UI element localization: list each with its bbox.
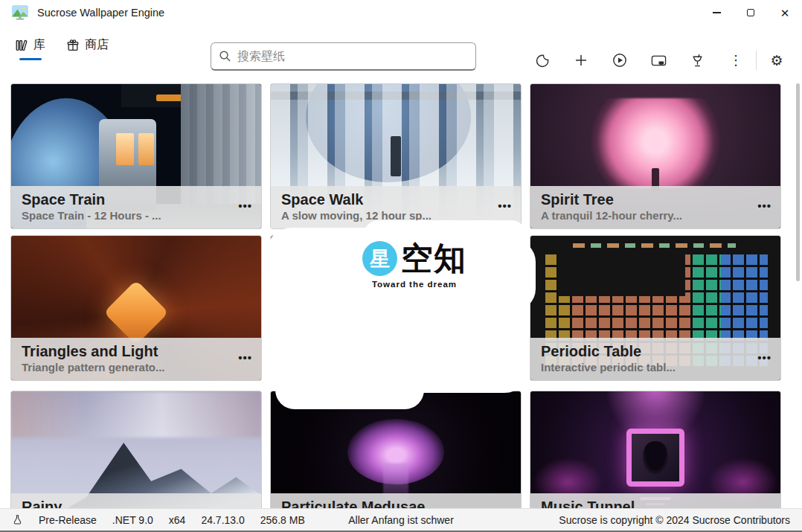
close-button[interactable]: ✕ xyxy=(768,0,802,25)
store-icon xyxy=(66,39,80,52)
card-periodic-table[interactable]: Periodic Table Interactive periodic tabl… xyxy=(530,235,781,381)
art-layer xyxy=(116,133,134,165)
card-subtitle: Space Train - 12 Hours - ... xyxy=(22,208,251,223)
more-button[interactable]: ⋮ xyxy=(716,48,755,73)
card-title: Spirit Tree xyxy=(541,190,770,208)
search-input[interactable] xyxy=(237,50,468,63)
art-layer xyxy=(391,136,400,176)
settings-icon: ⚙ xyxy=(770,52,783,69)
card-title: Particulate Medusae xyxy=(281,498,510,508)
watermark-overlay: 星 空知 Toward the dream xyxy=(266,228,530,393)
search-box[interactable] xyxy=(211,42,476,71)
status-arch: x64 xyxy=(169,514,186,526)
navbar: 库 商店 xyxy=(0,27,802,74)
status-dotnet: .NET 9.0 xyxy=(112,514,153,526)
gem-art xyxy=(103,280,169,345)
art-layer xyxy=(643,441,668,474)
watermark-logo-text: 空知 xyxy=(401,243,466,275)
art-layer xyxy=(573,243,735,248)
dark-mode-button[interactable] xyxy=(523,48,562,73)
card-rainy[interactable]: Rainy xyxy=(10,391,262,508)
card-title: Space Walk xyxy=(281,190,510,208)
card-info-band: Particulate Medusae xyxy=(271,493,521,508)
card-more-button[interactable]: ••• xyxy=(238,199,252,212)
watermark-logo: 星 空知 Toward the dream xyxy=(358,241,471,289)
status-motto: Aller Anfang ist schwer xyxy=(348,514,454,526)
window-controls: ✕ xyxy=(699,0,802,25)
tab-library-label: 库 xyxy=(33,37,45,53)
card-more-button[interactable]: ••• xyxy=(498,199,512,212)
thumbnail-music-tunnel xyxy=(530,391,780,508)
screen-share-button[interactable] xyxy=(639,48,678,73)
tab-library[interactable]: 库 xyxy=(15,37,45,60)
tab-store[interactable]: 商店 xyxy=(66,37,109,60)
card-space-walk[interactable]: Space Walk A slow moving, 12 hour sp... … xyxy=(270,83,522,229)
card-subtitle: Interactive periodic tabl... xyxy=(541,360,770,375)
app-title: Sucrose Wallpaper Engine xyxy=(37,7,164,19)
status-version: 24.7.13.0 xyxy=(201,514,244,526)
card-title: Periodic Table xyxy=(541,342,770,360)
card-info-band: Periodic Table Interactive periodic tabl… xyxy=(530,338,780,380)
card-triangles-and-light[interactable]: Triangles and Light Triangle pattern gen… xyxy=(10,235,262,381)
toolbar: ⋮ ⚙ xyxy=(523,48,796,73)
status-left-group: Pre-Release .NET 9.0 x64 24.7.13.0 256.8… xyxy=(12,514,305,526)
more-icon: ⋮ xyxy=(729,52,742,68)
active-tab-indicator xyxy=(19,58,42,60)
beta-flask-icon xyxy=(12,514,23,525)
card-title: Rainy xyxy=(22,498,251,508)
add-button[interactable] xyxy=(562,48,600,73)
card-subtitle: Triangle pattern generato... xyxy=(22,360,251,375)
play-icon xyxy=(612,53,627,68)
nav-tabs: 库 商店 xyxy=(15,37,109,60)
card-info-band: Space Train Space Train - 12 Hours - ...… xyxy=(11,186,261,228)
card-spirit-tree[interactable]: Spirit Tree A tranquil 12-hour cherry...… xyxy=(530,83,781,229)
minimize-button[interactable] xyxy=(699,0,734,25)
wallpaper-grid: Space Train Space Train - 12 Hours - ...… xyxy=(0,74,802,508)
vertical-scrollbar[interactable] xyxy=(796,83,800,281)
app-logo-icon xyxy=(12,5,28,20)
close-icon: ✕ xyxy=(780,7,790,19)
maximize-icon xyxy=(747,9,754,16)
card-info-band: Triangles and Light Triangle pattern gen… xyxy=(11,338,261,380)
status-release: Pre-Release xyxy=(39,514,97,526)
art-layer xyxy=(138,133,153,165)
titlebar: Sucrose Wallpaper Engine ✕ xyxy=(0,0,802,27)
card-music-tunnel[interactable]: Music Tunnel xyxy=(530,391,781,508)
thumbnail-rainy xyxy=(11,391,261,508)
maximize-button[interactable] xyxy=(734,0,768,25)
card-subtitle: A tranquil 12-hour cherry... xyxy=(541,208,770,223)
watermark-blob xyxy=(275,371,424,409)
card-more-button[interactable]: ••• xyxy=(757,351,771,364)
card-info-band: Spirit Tree A tranquil 12-hour cherry...… xyxy=(530,186,780,228)
toolbar-divider xyxy=(756,51,757,70)
card-info-band: Rainy xyxy=(11,493,261,508)
status-copyright: Sucrose is copyright © 2024 Sucrose Cont… xyxy=(559,514,790,526)
play-button[interactable] xyxy=(600,48,639,73)
drink-icon xyxy=(690,53,705,68)
card-row-1: Space Train Space Train - 12 Hours - ...… xyxy=(10,83,781,229)
app-identity: Sucrose Wallpaper Engine xyxy=(12,5,164,20)
plus-icon xyxy=(574,54,588,67)
watermark-logo-circle: 星 xyxy=(362,241,397,276)
drink-button[interactable] xyxy=(678,48,716,73)
status-bar: Pre-Release .NET 9.0 x64 24.7.13.0 256.8… xyxy=(0,508,802,531)
library-icon xyxy=(15,39,28,52)
moon-icon xyxy=(536,54,550,68)
search-icon xyxy=(219,50,231,63)
card-title: Triangles and Light xyxy=(22,342,251,360)
screen-share-icon xyxy=(651,54,667,68)
art-layer xyxy=(11,391,261,438)
tab-store-label: 商店 xyxy=(85,37,109,53)
card-title: Music Tunnel xyxy=(541,498,770,508)
status-memory: 256.8 MB xyxy=(260,514,305,526)
card-more-button[interactable]: ••• xyxy=(238,351,252,364)
card-title: Space Train xyxy=(22,190,251,208)
card-more-button[interactable]: ••• xyxy=(757,199,771,212)
settings-button[interactable]: ⚙ xyxy=(757,48,796,73)
minimize-icon xyxy=(713,12,721,13)
card-info-band: Music Tunnel xyxy=(530,493,780,508)
watermark-tagline: Toward the dream xyxy=(358,280,471,289)
card-space-train[interactable]: Space Train Space Train - 12 Hours - ...… xyxy=(10,83,262,229)
